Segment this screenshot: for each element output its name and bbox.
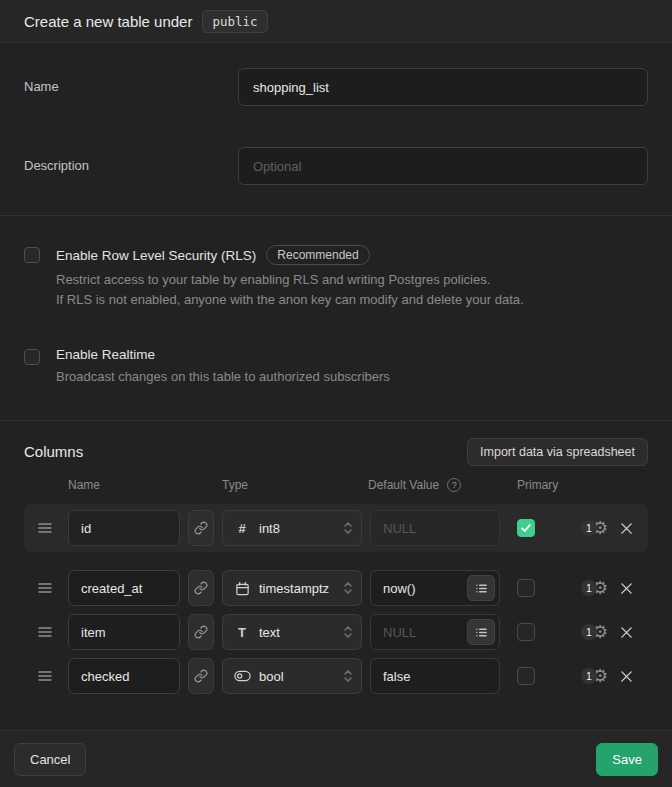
name-field-row: Name xyxy=(24,68,648,106)
drag-handle-icon[interactable] xyxy=(38,522,52,534)
settings-count-badge: 1 xyxy=(581,668,597,684)
column-settings-button[interactable]: 1 ⚙ xyxy=(581,579,608,597)
column-row-item: T text 1 ⚙ xyxy=(24,610,648,654)
settings-count-badge: 1 xyxy=(581,580,597,596)
drag-handle-icon[interactable] xyxy=(38,626,52,638)
column-default-field xyxy=(370,570,500,606)
column-settings-button[interactable]: 1 ⚙ xyxy=(581,667,608,685)
primary-key-checkbox[interactable] xyxy=(517,519,535,537)
remove-column-icon[interactable] xyxy=(620,582,633,595)
column-default-field xyxy=(370,658,500,694)
settings-count-badge: 1 xyxy=(581,520,597,536)
table-name-input[interactable] xyxy=(238,68,648,106)
column-settings-button[interactable]: 1 ⚙ xyxy=(581,623,608,641)
column-type-value: timestamptz xyxy=(259,581,329,596)
columns-rows: # int8 1 ⚙ xyxy=(24,504,648,698)
realtime-label: Enable Realtime xyxy=(56,347,155,362)
column-type-value: int8 xyxy=(259,521,280,536)
columns-table-header: Name Type Default Value ? Primary xyxy=(24,478,648,493)
columns-title: Columns xyxy=(24,443,83,460)
name-label: Name xyxy=(24,68,238,94)
save-button[interactable]: Save xyxy=(596,743,658,776)
rls-description: Restrict access to your table by enablin… xyxy=(56,270,524,310)
foreign-key-link-icon[interactable] xyxy=(188,570,214,606)
chevron-updown-icon xyxy=(343,625,353,639)
description-field-row: Description xyxy=(24,147,648,185)
default-value-list-icon[interactable] xyxy=(467,575,495,601)
settings-count-badge: 1 xyxy=(581,624,597,640)
hash-icon: # xyxy=(233,521,251,536)
remove-column-icon[interactable] xyxy=(620,670,633,683)
remove-column-icon[interactable] xyxy=(620,626,633,639)
primary-key-checkbox[interactable] xyxy=(517,579,535,597)
column-type-select[interactable]: T text xyxy=(222,614,362,650)
foreign-key-link-icon[interactable] xyxy=(188,510,214,546)
drag-handle-icon[interactable] xyxy=(38,670,52,682)
dialog-footer: Cancel Save xyxy=(0,730,672,787)
column-type-value: text xyxy=(259,625,280,640)
text-type-icon: T xyxy=(233,625,251,640)
rls-description-line1: Restrict access to your table by enablin… xyxy=(56,270,524,290)
column-row-checked: bool 1 ⚙ xyxy=(24,654,648,698)
column-name-input[interactable] xyxy=(68,510,180,546)
schema-badge: public xyxy=(202,10,267,33)
rls-checkbox[interactable] xyxy=(24,247,40,263)
column-row-id: # int8 1 ⚙ xyxy=(24,504,648,552)
column-default-field xyxy=(370,614,500,650)
rls-option: Enable Row Level Security (RLS) Recommen… xyxy=(24,245,648,310)
default-value-list-icon[interactable] xyxy=(467,619,495,645)
create-table-dialog: Create a new table under public Name Des… xyxy=(0,0,672,787)
column-default-input[interactable] xyxy=(370,510,500,546)
description-label: Description xyxy=(24,147,238,173)
column-name-input[interactable] xyxy=(68,658,180,694)
primary-key-checkbox[interactable] xyxy=(517,667,535,685)
header-name: Name xyxy=(68,478,100,492)
header-type: Type xyxy=(222,478,248,492)
options-section: Enable Row Level Security (RLS) Recommen… xyxy=(0,215,672,420)
boolean-toggle-icon xyxy=(233,670,251,682)
column-name-input[interactable] xyxy=(68,614,180,650)
column-row-created-at: timestamptz 1 ⚙ xyxy=(24,566,648,610)
realtime-option-body: Enable Realtime Broadcast changes on thi… xyxy=(56,347,390,387)
rls-description-line2: If RLS is not enabled, anyone with the a… xyxy=(56,290,524,310)
columns-section: Columns Import data via spreadsheet Name… xyxy=(0,420,672,730)
column-name-input[interactable] xyxy=(68,570,180,606)
column-type-select[interactable]: bool xyxy=(222,658,362,694)
table-info-section: Name Description xyxy=(0,43,672,215)
header-default-value: Default Value xyxy=(368,478,439,492)
default-value-help-icon[interactable]: ? xyxy=(447,478,461,492)
realtime-checkbox[interactable] xyxy=(24,349,40,365)
foreign-key-link-icon[interactable] xyxy=(188,658,214,694)
rls-option-body: Enable Row Level Security (RLS) Recommen… xyxy=(56,245,524,310)
column-settings-button[interactable]: 1 ⚙ xyxy=(581,519,608,537)
column-default-input[interactable] xyxy=(370,658,500,694)
cancel-button[interactable]: Cancel xyxy=(14,743,86,776)
dialog-header: Create a new table under public xyxy=(0,0,672,43)
dialog-title: Create a new table under xyxy=(24,13,192,30)
header-primary: Primary xyxy=(517,478,558,492)
rls-label: Enable Row Level Security (RLS) xyxy=(56,248,256,263)
column-type-select[interactable]: # int8 xyxy=(222,510,362,546)
foreign-key-link-icon[interactable] xyxy=(188,614,214,650)
table-description-input[interactable] xyxy=(238,147,648,185)
remove-column-icon[interactable] xyxy=(620,522,633,535)
realtime-description: Broadcast changes on this table to autho… xyxy=(56,367,390,387)
chevron-updown-icon xyxy=(343,521,353,535)
primary-key-checkbox[interactable] xyxy=(517,623,535,641)
chevron-updown-icon xyxy=(343,581,353,595)
realtime-option: Enable Realtime Broadcast changes on thi… xyxy=(24,347,648,387)
calendar-icon xyxy=(233,581,251,596)
column-type-value: bool xyxy=(259,669,284,684)
column-type-select[interactable]: timestamptz xyxy=(222,570,362,606)
chevron-updown-icon xyxy=(343,669,353,683)
recommended-badge: Recommended xyxy=(266,245,369,265)
drag-handle-icon[interactable] xyxy=(38,582,52,594)
import-spreadsheet-button[interactable]: Import data via spreadsheet xyxy=(467,438,648,466)
column-default-field xyxy=(370,510,500,546)
